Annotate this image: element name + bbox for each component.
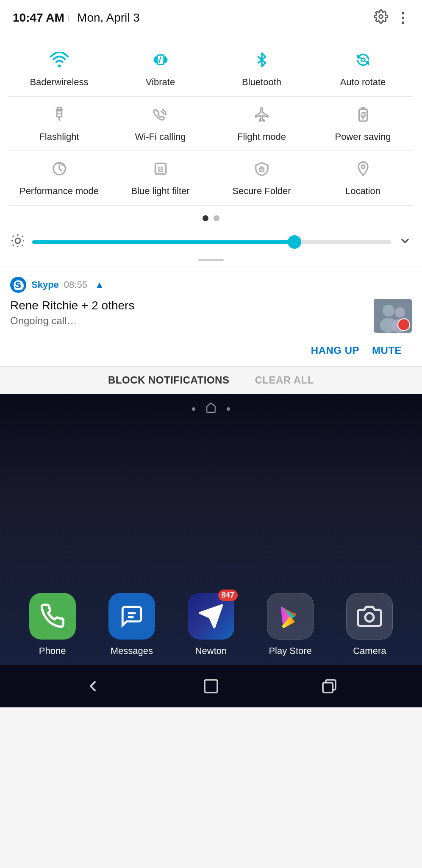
settings-icon[interactable] bbox=[374, 9, 388, 27]
notification-expand-icon[interactable]: ▲ bbox=[95, 279, 104, 290]
newton-badge: 847 bbox=[218, 590, 238, 601]
page-dot-1[interactable] bbox=[203, 215, 208, 221]
app-icon-messages[interactable]: Messages bbox=[108, 593, 155, 657]
skype-notification: Skype 08:55 ▲ Rene Ritchie + 2 others On… bbox=[0, 267, 422, 366]
wificalling-icon bbox=[151, 106, 170, 125]
brightness-row bbox=[0, 229, 422, 259]
brightness-track bbox=[32, 240, 391, 244]
bluetooth-label: Bluetooth bbox=[242, 76, 281, 89]
toggle-autorotate[interactable]: Auto rotate bbox=[312, 42, 414, 97]
location-label: Location bbox=[345, 185, 380, 198]
performancemode-icon bbox=[50, 161, 69, 179]
page-dot-2[interactable] bbox=[214, 215, 219, 221]
notification-actions: HANG UP MUTE bbox=[10, 340, 412, 366]
svg-point-12 bbox=[261, 169, 262, 170]
toggle-flashlight[interactable]: Flashlight bbox=[8, 97, 110, 152]
app-icon-playstore[interactable]: Play Store bbox=[267, 593, 314, 657]
powersaving-label: Power saving bbox=[335, 131, 391, 143]
flashlight-icon bbox=[50, 106, 69, 125]
home-status-bar bbox=[192, 394, 230, 420]
svg-rect-25 bbox=[205, 680, 217, 693]
toggle-grid-row3: Performance mode B Blue light filter Sec… bbox=[8, 151, 414, 206]
wificalling-label: Wi-Fi calling bbox=[135, 131, 186, 143]
performancemode-label: Performance mode bbox=[19, 185, 99, 198]
notification-text: Rene Ritchie + 2 others Ongoing call… bbox=[10, 299, 367, 327]
brightness-expand-icon[interactable] bbox=[398, 234, 412, 250]
block-notifications-button[interactable]: BLOCK NOTIFICATIONS bbox=[108, 374, 229, 386]
thumbnail-image bbox=[374, 299, 412, 333]
newton-icon-circle: 847 bbox=[188, 593, 234, 640]
securefolder-label: Secure Folder bbox=[232, 185, 291, 198]
home-screen: Phone Messages 847 Newton Play Store bbox=[0, 394, 422, 665]
toggle-vibrate[interactable]: Vibrate bbox=[110, 42, 211, 97]
skype-app-icon bbox=[10, 277, 26, 293]
clear-all-button[interactable]: CLEAR ALL bbox=[255, 374, 314, 386]
camera-label: Camera bbox=[353, 645, 386, 657]
notification-time: 08:55 bbox=[64, 279, 87, 290]
recents-button[interactable] bbox=[321, 678, 338, 695]
app-icon-newton[interactable]: 847 Newton bbox=[188, 593, 234, 657]
toggle-wifi[interactable]: Baderwireless bbox=[8, 42, 110, 97]
vibrate-icon bbox=[151, 52, 170, 70]
location-icon bbox=[354, 161, 372, 179]
svg-point-0 bbox=[379, 14, 383, 18]
flightmode-icon bbox=[253, 106, 271, 125]
home-button[interactable] bbox=[203, 678, 219, 695]
bluelightfilter-label: Blue light filter bbox=[131, 185, 189, 198]
brightness-slider[interactable] bbox=[32, 236, 391, 248]
drag-handle-container bbox=[0, 259, 422, 267]
phone-label: Phone bbox=[39, 645, 66, 657]
notification-thumbnail bbox=[374, 299, 412, 333]
notification-body: Rene Ritchie + 2 others Ongoing call… bbox=[10, 299, 412, 340]
powersaving-icon bbox=[354, 106, 372, 125]
more-options-icon[interactable]: ⋮ bbox=[396, 10, 409, 26]
playstore-label: Play Store bbox=[269, 645, 312, 657]
toggle-bluetooth[interactable]: Bluetooth bbox=[211, 42, 312, 97]
status-icons: ⋮ bbox=[374, 9, 409, 27]
bluetooth-icon bbox=[253, 52, 271, 70]
messages-label: Messages bbox=[111, 645, 153, 657]
app-icon-phone[interactable]: Phone bbox=[29, 593, 76, 657]
notifications-panel: Skype 08:55 ▲ Rene Ritchie + 2 others On… bbox=[0, 267, 422, 366]
svg-point-1 bbox=[58, 64, 61, 67]
messages-icon-circle bbox=[108, 593, 155, 640]
phone-icon-circle bbox=[29, 593, 76, 640]
toggle-wificalling[interactable]: Wi-Fi calling bbox=[110, 97, 211, 152]
toggle-powersaving[interactable]: Power saving bbox=[312, 97, 414, 152]
notification-title: Rene Ritchie + 2 others bbox=[10, 299, 367, 312]
mute-button[interactable]: MUTE bbox=[372, 345, 402, 356]
bluelightfilter-icon: B bbox=[151, 161, 170, 179]
hang-up-button[interactable]: HANG UP bbox=[311, 345, 359, 356]
playstore-icon-circle bbox=[267, 593, 314, 640]
toggle-securefolder[interactable]: Secure Folder bbox=[211, 151, 312, 206]
app-icon-camera[interactable]: Camera bbox=[346, 593, 393, 657]
svg-point-14 bbox=[15, 238, 20, 243]
notification-subtitle: Ongoing call… bbox=[10, 315, 367, 327]
svg-line-3 bbox=[159, 57, 160, 63]
camera-icon-circle bbox=[346, 593, 393, 640]
back-button[interactable] bbox=[84, 678, 101, 695]
status-bar: 10:47 AM | Mon, April 3 ⋮ bbox=[0, 0, 422, 34]
toggle-flightmode[interactable]: Flight mode bbox=[211, 97, 312, 152]
brightness-thumb[interactable] bbox=[288, 235, 301, 249]
status-divider: | bbox=[68, 14, 69, 22]
svg-rect-26 bbox=[323, 682, 333, 692]
home-status-dot bbox=[192, 407, 195, 411]
call-indicator bbox=[397, 318, 410, 331]
svg-text:B: B bbox=[158, 165, 164, 174]
navigation-bar bbox=[0, 665, 422, 707]
home-status-dot-2 bbox=[227, 407, 230, 411]
flashlight-label: Flashlight bbox=[39, 131, 79, 143]
drag-handle[interactable] bbox=[198, 259, 224, 261]
app-icons-row: Phone Messages 847 Newton Play Store bbox=[0, 576, 422, 665]
toggle-grid-row2: Flashlight Wi-Fi calling Flight mode Pow… bbox=[8, 97, 414, 152]
quick-settings-panel: Baderwireless Vibrate Bluetooth Auto rot… bbox=[0, 34, 422, 206]
toggle-bluelightfilter[interactable]: B Blue light filter bbox=[110, 151, 211, 206]
toggle-performancemode[interactable]: Performance mode bbox=[8, 151, 110, 206]
flightmode-label: Flight mode bbox=[237, 131, 286, 143]
toggle-location[interactable]: Location bbox=[312, 151, 414, 206]
wifi-label: Baderwireless bbox=[30, 76, 88, 89]
svg-point-16 bbox=[383, 305, 394, 317]
brightness-icon bbox=[10, 233, 25, 251]
notification-app-name: Skype bbox=[31, 279, 59, 290]
